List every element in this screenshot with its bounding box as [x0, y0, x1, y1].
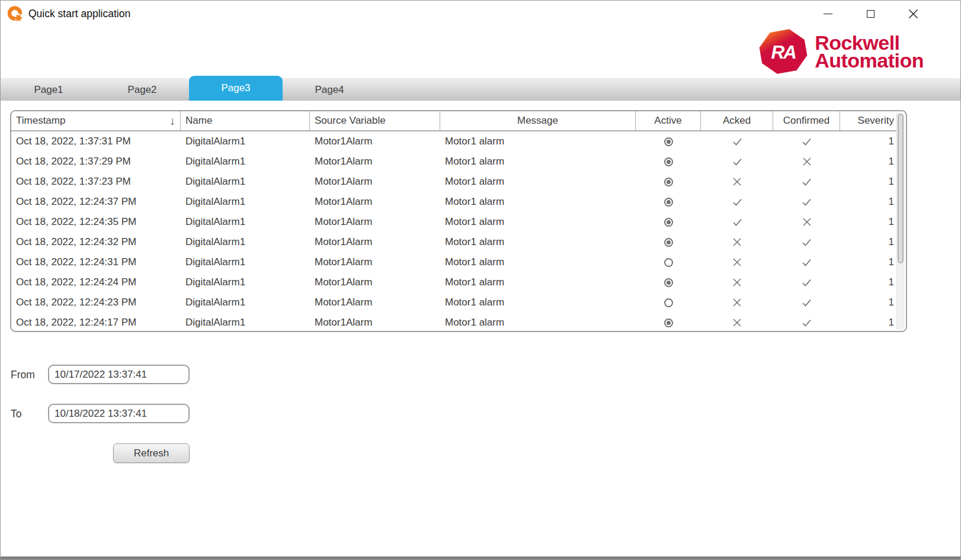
severity-cell: 1 — [840, 192, 904, 212]
alarm-row[interactable]: Oct 18, 2022, 12:24:31 PMDigitalAlarm1Mo… — [11, 252, 906, 272]
minimize-icon — [824, 14, 832, 14]
radio-inactive-icon — [664, 258, 673, 267]
alarm-row[interactable]: Oct 18, 2022, 12:24:35 PMDigitalAlarm1Mo… — [11, 212, 906, 232]
cross-icon — [733, 318, 741, 327]
tab-page4[interactable]: Page4 — [283, 79, 376, 101]
severity-cell: 1 — [840, 272, 904, 292]
from-date-input[interactable] — [48, 365, 190, 384]
alarm-row[interactable]: Oct 18, 2022, 1:37:29 PMDigitalAlarm1Mot… — [11, 152, 906, 172]
check-icon — [802, 258, 812, 267]
confirmed-cell — [773, 313, 840, 332]
radio-active-icon — [664, 178, 673, 186]
check-icon — [802, 318, 812, 327]
vertical-scrollbar[interactable] — [896, 112, 905, 330]
sort-descending-icon[interactable]: ↓ — [170, 115, 176, 127]
alarm-row[interactable]: Oct 18, 2022, 12:24:24 PMDigitalAlarm1Mo… — [11, 272, 906, 292]
active-cell — [636, 232, 701, 252]
radio-active-icon — [664, 218, 673, 227]
timestamp-cell: Oct 18, 2022, 12:24:37 PM — [11, 192, 181, 212]
radio-active-icon — [664, 278, 673, 287]
radio-active-icon — [664, 198, 673, 207]
severity-cell: 1 — [840, 131, 904, 152]
close-button[interactable] — [907, 8, 919, 20]
refresh-button[interactable]: Refresh — [113, 443, 190, 463]
timestamp-cell: Oct 18, 2022, 12:24:31 PM — [11, 252, 181, 272]
confirmed-cell — [773, 232, 840, 252]
close-icon — [908, 9, 918, 19]
grid-header-row: Timestamp ↓ Name Source Variable Message… — [11, 111, 906, 131]
ra-monogram-text: RA — [771, 41, 796, 63]
alarm-row[interactable]: Oct 18, 2022, 12:24:23 PMDigitalAlarm1Mo… — [11, 292, 906, 313]
message-cell: Motor1 alarm — [440, 192, 636, 212]
confirmed-cell — [773, 292, 840, 313]
source-variable-cell: Motor1Alarm — [310, 313, 440, 332]
to-label: To — [11, 408, 21, 420]
column-header-acked[interactable]: Acked — [701, 111, 773, 131]
column-header-source-variable[interactable]: Source Variable — [310, 111, 440, 131]
message-cell: Motor1 alarm — [440, 272, 636, 292]
severity-cell: 1 — [840, 252, 904, 272]
to-date-input[interactable] — [48, 404, 190, 423]
column-header-active[interactable]: Active — [636, 111, 701, 131]
check-icon — [802, 298, 812, 307]
acked-cell — [701, 252, 773, 272]
title-bar: Quick start application — [1, 1, 960, 27]
check-icon — [732, 218, 742, 227]
name-cell: DigitalAlarm1 — [181, 152, 310, 172]
source-variable-cell: Motor1Alarm — [310, 232, 440, 252]
minimize-button[interactable] — [822, 8, 834, 20]
column-header-timestamp[interactable]: Timestamp ↓ — [11, 111, 181, 131]
alarm-row[interactable]: Oct 18, 2022, 12:24:17 PMDigitalAlarm1Mo… — [11, 313, 906, 332]
timestamp-cell: Oct 18, 2022, 1:37:29 PM — [11, 152, 181, 172]
check-icon — [802, 137, 812, 146]
acked-cell — [701, 152, 773, 172]
cross-icon — [803, 218, 811, 226]
name-cell: DigitalAlarm1 — [181, 272, 310, 292]
app-window: Quick start application — [0, 0, 961, 560]
column-header-name[interactable]: Name — [181, 111, 310, 131]
message-cell: Motor1 alarm — [440, 292, 636, 313]
confirmed-cell — [773, 272, 840, 292]
radio-active-icon — [664, 157, 673, 166]
scrollbar-thumb[interactable] — [898, 114, 904, 263]
timestamp-cell: Oct 18, 2022, 1:37:31 PM — [11, 131, 181, 152]
check-icon — [732, 137, 742, 146]
active-cell — [636, 292, 701, 313]
alarm-row[interactable]: Oct 18, 2022, 12:24:37 PMDigitalAlarm1Mo… — [11, 192, 906, 212]
severity-cell: 1 — [840, 152, 904, 172]
source-variable-cell: Motor1Alarm — [310, 272, 440, 292]
acked-cell — [701, 232, 773, 252]
alarm-row[interactable]: Oct 18, 2022, 1:37:31 PMDigitalAlarm1Mot… — [11, 131, 906, 152]
confirmed-cell — [773, 252, 840, 272]
window-controls — [822, 1, 919, 27]
tab-page3[interactable]: Page3 — [189, 76, 283, 101]
severity-cell: 1 — [840, 313, 904, 332]
alarm-row[interactable]: Oct 18, 2022, 1:37:23 PMDigitalAlarm1Mot… — [11, 172, 906, 192]
tab-page1[interactable]: Page1 — [2, 79, 95, 101]
cross-icon — [733, 258, 741, 266]
timestamp-cell: Oct 18, 2022, 12:24:24 PM — [11, 272, 181, 292]
check-icon — [802, 278, 812, 287]
window-bottom-edge — [1, 556, 960, 559]
name-cell: DigitalAlarm1 — [181, 212, 310, 232]
severity-cell: 1 — [840, 212, 904, 232]
severity-cell: 1 — [840, 172, 904, 192]
column-header-message[interactable]: Message — [440, 111, 636, 131]
tab-page2[interactable]: Page2 — [95, 79, 189, 101]
alarm-row[interactable]: Oct 18, 2022, 12:24:32 PMDigitalAlarm1Mo… — [11, 232, 906, 252]
timestamp-cell: Oct 18, 2022, 12:24:32 PM — [11, 232, 181, 252]
check-icon — [802, 198, 812, 207]
check-icon — [802, 238, 812, 247]
cross-icon — [733, 238, 741, 246]
column-header-confirmed[interactable]: Confirmed — [773, 111, 840, 131]
maximize-button[interactable] — [864, 8, 876, 20]
source-variable-cell: Motor1Alarm — [310, 292, 440, 313]
timestamp-cell: Oct 18, 2022, 1:37:23 PM — [11, 172, 181, 192]
message-cell: Motor1 alarm — [440, 152, 636, 172]
name-cell: DigitalAlarm1 — [181, 131, 310, 152]
confirmed-cell — [773, 192, 840, 212]
active-cell — [636, 131, 701, 152]
grid-body: Oct 18, 2022, 1:37:31 PMDigitalAlarm1Mot… — [11, 131, 906, 332]
acked-cell — [701, 212, 773, 232]
column-header-severity[interactable]: Severity — [840, 111, 904, 131]
